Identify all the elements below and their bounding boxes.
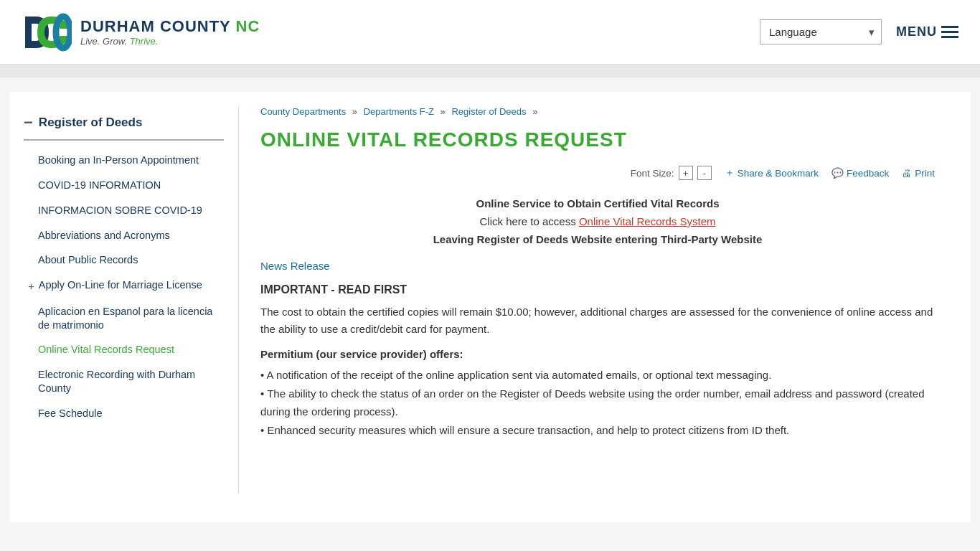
news-release-link[interactable]: News Release: [260, 260, 330, 272]
sidebar-item-electronic-recording[interactable]: Electronic Recording with Durham County: [24, 362, 224, 401]
page-title: ONLINE VITAL RECORDS REQUEST: [260, 128, 935, 151]
share-icon: ＋: [725, 166, 735, 179]
sidebar-item-vital-records[interactable]: Online Vital Records Request: [24, 337, 224, 362]
permitium-heading: Permitium (our service provider) offers:: [260, 348, 935, 360]
site-header: DURHAM COUNTY NC Live. Grow. Thrive. Lan…: [0, 0, 980, 65]
header-right: Language Spanish French MENU: [760, 19, 958, 44]
bullet-list: • A notification of the receipt of the o…: [260, 366, 935, 439]
sidebar-item-aplicacion[interactable]: Aplicacion en Espanol para la licencia d…: [24, 299, 224, 338]
site-logo-icon: [22, 11, 72, 54]
bullet-item-2: • The ability to check the status of an …: [260, 385, 935, 421]
logo-area: DURHAM COUNTY NC Live. Grow. Thrive.: [22, 11, 260, 54]
feedback-button[interactable]: 💬 Feedback: [831, 167, 889, 179]
vital-records-access: Click here to access Online Vital Record…: [260, 215, 935, 227]
cost-text: The cost to obtain the certified copies …: [260, 303, 935, 338]
toolbar: Font Size: + - ＋ Share & Bookmark 💬 Feed…: [260, 166, 935, 180]
sidebar-item-abbreviations[interactable]: Abbreviations and Acronyms: [24, 223, 224, 248]
sidebar-item-covid-es[interactable]: INFORMACION SOBRE COVID-19: [24, 198, 224, 223]
main-container: − Register of Deeds Booking an In-Person…: [9, 92, 971, 522]
important-heading: IMPORTANT - READ FIRST: [260, 283, 935, 296]
breadcrumb: County Departments » Departments F-Z » R…: [260, 106, 935, 117]
sidebar-item-booking[interactable]: Booking an In-Person Appointment: [24, 148, 224, 173]
bullet-item-1: • A notification of the receipt of the o…: [260, 366, 935, 385]
logo-title: DURHAM COUNTY NC: [80, 17, 260, 36]
sidebar-title-text: Register of Deeds: [39, 116, 143, 130]
language-selector-wrapper: Language Spanish French: [760, 19, 882, 44]
breadcrumb-depts-fz[interactable]: Departments F-Z: [364, 106, 434, 117]
print-icon: 🖨: [902, 168, 912, 179]
sidebar-collapse-button[interactable]: −: [24, 113, 33, 132]
logo-tagline: Live. Grow. Thrive.: [80, 36, 260, 47]
font-decrease-button[interactable]: -: [697, 166, 712, 180]
logo-text: DURHAM COUNTY NC Live. Grow. Thrive.: [80, 17, 260, 47]
sidebar-item-fee-schedule[interactable]: Fee Schedule: [24, 401, 224, 426]
leaving-notice: Leaving Register of Deeds Website enteri…: [260, 233, 935, 245]
font-increase-button[interactable]: +: [679, 166, 693, 180]
language-select[interactable]: Language Spanish French: [760, 19, 882, 44]
breadcrumb-county-depts[interactable]: County Departments: [260, 106, 346, 117]
sub-header-bar: [0, 65, 980, 77]
vital-records-system-link[interactable]: Online Vital Records System: [579, 215, 716, 227]
sidebar-item-public-records[interactable]: About Public Records: [24, 248, 224, 273]
sidebar-item-marriage-license[interactable]: + Apply On-Line for Marriage License: [24, 273, 224, 299]
feedback-icon: 💬: [831, 167, 844, 179]
sidebar-item-covid[interactable]: COVID-19 INFORMATION: [24, 173, 224, 198]
main-content: County Departments » Departments F-Z » R…: [239, 106, 956, 494]
breadcrumb-register-of-deeds[interactable]: Register of Deeds: [451, 106, 526, 117]
menu-button[interactable]: MENU: [896, 24, 958, 39]
intro-section: Online Service to Obtain Certified Vital…: [260, 197, 935, 245]
print-button[interactable]: 🖨 Print: [902, 168, 935, 179]
menu-label: MENU: [896, 24, 937, 39]
intro-text: Online Service to Obtain Certified Vital…: [260, 197, 935, 209]
news-release-section: News Release: [260, 260, 935, 272]
share-bookmark-button[interactable]: ＋ Share & Bookmark: [725, 166, 819, 179]
plus-icon: +: [28, 279, 34, 293]
hamburger-icon: [941, 26, 958, 38]
font-size-label: Font Size:: [631, 168, 674, 179]
important-section: IMPORTANT - READ FIRST The cost to obtai…: [260, 283, 935, 439]
font-size-controls: Font Size: + -: [631, 166, 712, 180]
bullet-item-3: • Enhanced security measures which will …: [260, 421, 935, 440]
sidebar: − Register of Deeds Booking an In-Person…: [24, 106, 239, 494]
sidebar-title: − Register of Deeds: [24, 113, 224, 141]
